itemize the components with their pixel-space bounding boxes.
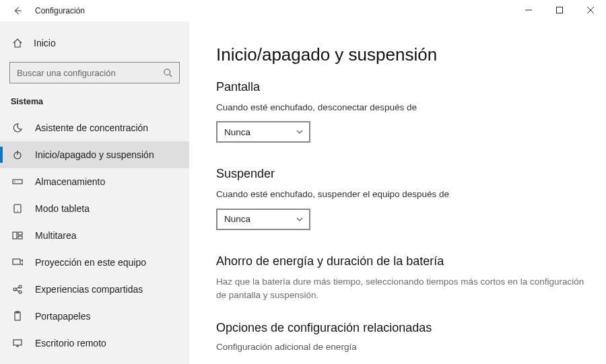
sidebar-item-label: Almacenamiento xyxy=(35,176,105,187)
svg-rect-3 xyxy=(13,180,22,184)
svg-rect-16 xyxy=(13,340,22,345)
arrow-left-icon xyxy=(13,6,22,15)
power-icon xyxy=(12,149,23,160)
sidebar-item-label: Experiencias compartidas xyxy=(35,284,143,295)
maximize-icon xyxy=(556,7,563,13)
svg-point-13 xyxy=(19,291,22,293)
nav-list: Asistente de concentración Inicio/apagad… xyxy=(0,114,189,357)
sidebar-item-label: Proyección en este equipo xyxy=(35,257,146,268)
clipboard-icon xyxy=(12,311,23,322)
home-button[interactable]: Inicio xyxy=(0,31,189,55)
multitask-icon xyxy=(12,230,23,241)
main-content: Inicio/apagado y suspensión Pantalla Cua… xyxy=(189,22,606,364)
screen-plugged-label: Cuando esté enchufado, desconectar despu… xyxy=(216,101,587,114)
sidebar-item-label: Asistente de concentración xyxy=(35,122,148,133)
svg-point-11 xyxy=(13,288,16,291)
project-icon xyxy=(12,257,23,268)
battery-section-heading: Ahorro de energía y duración de la bater… xyxy=(216,254,587,268)
svg-point-6 xyxy=(17,211,18,211)
additional-power-settings-link[interactable]: Configuración adicional de energía xyxy=(216,342,587,352)
svg-rect-8 xyxy=(18,232,22,235)
sidebar-item-label: Multitarea xyxy=(35,230,76,241)
close-icon xyxy=(587,7,594,13)
sidebar-item-label: Modo tableta xyxy=(35,203,90,214)
dropdown-value: Nunca xyxy=(224,214,250,224)
sleep-section-heading: Suspender xyxy=(216,167,587,181)
remote-desktop-icon xyxy=(12,338,23,349)
share-icon xyxy=(12,284,23,295)
minimize-button[interactable] xyxy=(513,0,544,20)
sidebar-item-power-sleep[interactable]: Inicio/apagado y suspensión xyxy=(0,141,189,168)
close-button[interactable] xyxy=(575,0,606,20)
svg-rect-10 xyxy=(13,259,20,264)
svg-rect-7 xyxy=(13,232,17,239)
category-header: Sistema xyxy=(0,92,189,114)
search-icon xyxy=(163,68,172,77)
titlebar: Configuración xyxy=(0,0,606,22)
screen-section-heading: Pantalla xyxy=(216,80,587,94)
battery-section-text: Haz que la batería dure más tiempo, sele… xyxy=(216,275,587,303)
back-button[interactable] xyxy=(9,0,26,22)
sidebar-item-label: Escritorio remoto xyxy=(35,338,106,349)
sidebar-item-focus-assist[interactable]: Asistente de concentración xyxy=(0,114,189,141)
screen-timeout-dropdown[interactable]: Nunca xyxy=(216,121,310,143)
sidebar-item-multitasking[interactable]: Multitarea xyxy=(0,222,189,249)
home-label: Inicio xyxy=(34,38,56,48)
settings-window: Configuración Inicio xyxy=(0,0,606,364)
sleep-plugged-label: Cuando esté enchufado, suspender el equi… xyxy=(216,188,587,201)
chevron-down-icon xyxy=(296,215,304,223)
window-title: Configuración xyxy=(35,6,85,15)
sidebar-item-tablet-mode[interactable]: Modo tableta xyxy=(0,195,189,222)
svg-rect-0 xyxy=(557,7,563,13)
sidebar-item-clipboard[interactable]: Portapapeles xyxy=(0,303,189,330)
sidebar: Inicio Sistema Asistente de concentració… xyxy=(0,22,189,364)
page-title: Inicio/apagado y suspensión xyxy=(216,44,587,65)
sidebar-item-storage[interactable]: Almacenamiento xyxy=(0,168,189,195)
related-section-heading: Opciones de configuración relacionadas xyxy=(216,321,587,335)
sidebar-item-shared-experiences[interactable]: Experiencias compartidas xyxy=(0,276,189,303)
svg-point-1 xyxy=(164,69,170,75)
svg-rect-9 xyxy=(18,236,22,239)
chevron-down-icon xyxy=(296,128,304,136)
maximize-button[interactable] xyxy=(544,0,575,20)
sleep-timeout-dropdown[interactable]: Nunca xyxy=(216,209,310,230)
dropdown-value: Nunca xyxy=(224,127,250,137)
moon-icon xyxy=(12,122,23,133)
svg-rect-14 xyxy=(15,312,20,320)
home-icon xyxy=(12,38,23,48)
minimize-icon xyxy=(525,7,532,13)
svg-point-12 xyxy=(19,285,22,288)
storage-icon xyxy=(12,176,23,187)
search-box[interactable] xyxy=(9,62,180,83)
caption-buttons xyxy=(513,0,606,20)
search-input[interactable] xyxy=(17,68,152,78)
svg-point-4 xyxy=(14,181,15,182)
sidebar-item-label: Portapapeles xyxy=(35,311,91,322)
sidebar-item-label: Inicio/apagado y suspensión xyxy=(35,149,154,160)
sidebar-item-remote-desktop[interactable]: Escritorio remoto xyxy=(0,330,189,357)
tablet-icon xyxy=(12,203,23,214)
sidebar-item-projecting[interactable]: Proyección en este equipo xyxy=(0,249,189,276)
